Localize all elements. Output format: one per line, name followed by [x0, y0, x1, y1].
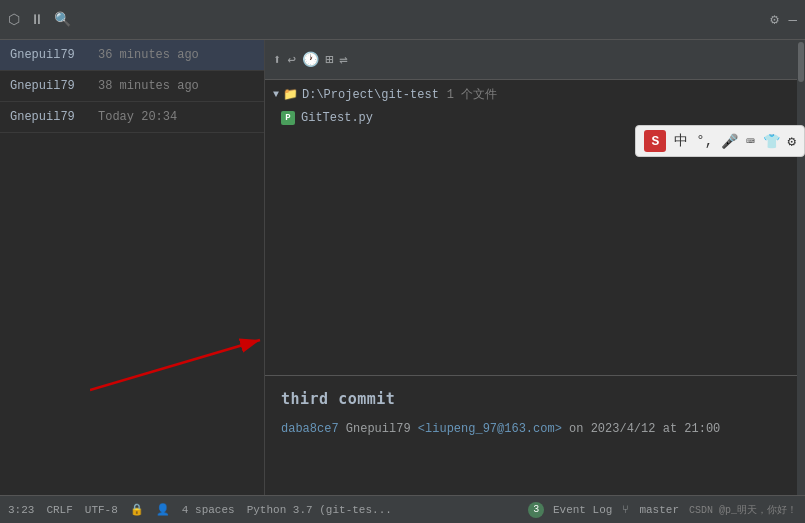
ime-dot[interactable]: °, [696, 133, 713, 149]
log-item[interactable]: Gnepuil79 38 minutes ago [0, 71, 264, 102]
toolbar-right: ⚙ — [770, 11, 797, 28]
commit-date: on 2023/4/12 at 21:00 [569, 422, 720, 436]
ime-chinese[interactable]: 中 [674, 132, 688, 150]
python-version[interactable]: Python 3.7 (git-tes... [247, 504, 392, 516]
event-log-label: Event Log [553, 503, 612, 515]
settings-icon[interactable]: ⚙ [770, 11, 778, 28]
scrollbar-track[interactable] [797, 40, 805, 495]
commit-message-text: third commit [281, 390, 395, 408]
branch-icon: ⑂ [622, 504, 629, 516]
filename: GitTest.py [301, 111, 373, 125]
ime-toolbar: S 中 °, 🎤 ⌨ 👕 ⚙ [635, 125, 805, 157]
right-panel: ⬆ ↩ 🕐 ⊞ ⇌ ▼ 📁 D:\Project\git-test 1 个文件 … [265, 40, 797, 495]
file-count: 1 个文件 [447, 86, 497, 103]
log-time: 36 minutes ago [98, 48, 199, 62]
status-bar: 3:23 CRLF UTF-8 🔒 👤 4 spaces Python 3.7 … [0, 495, 805, 523]
cursor-position: 3:23 [8, 504, 34, 516]
log-item[interactable]: Gnepuil79 36 minutes ago [0, 40, 264, 71]
csdn-label: CSDN @p_明天，你好！ [689, 503, 797, 517]
indent[interactable]: 4 spaces [182, 504, 235, 516]
log-time: 38 minutes ago [98, 79, 199, 93]
history-icon[interactable]: 🕐 [302, 51, 319, 68]
main-layout: Gnepuil79 36 minutes ago Gnepuil79 38 mi… [0, 40, 805, 495]
search-icon[interactable]: 🔍 [54, 11, 71, 28]
lock-icon: 🔒 [130, 503, 144, 516]
status-right: 3 Event Log ⑂ master CSDN @p_明天，你好！ [528, 502, 797, 518]
event-log-badge: 3 [528, 502, 544, 518]
ime-grid[interactable]: ⚙ [788, 133, 796, 150]
log-author: Gnepuil79 [10, 79, 90, 93]
top-toolbar: ⬡ ⏸ 🔍 ⚙ — [0, 0, 805, 40]
commit-meta: daba8ce7 Gnepuil79 <liupeng_97@163.com> … [281, 420, 781, 439]
line-ending[interactable]: CRLF [46, 504, 72, 516]
folder-icon: 📁 [283, 87, 298, 102]
git-log-panel: Gnepuil79 36 minutes ago Gnepuil79 38 mi… [0, 40, 265, 495]
ime-mic[interactable]: 🎤 [721, 133, 738, 150]
commit-author: Gnepuil79 [346, 422, 411, 436]
grid4-icon[interactable]: ⊞ [325, 51, 333, 68]
ime-s-icon[interactable]: S [644, 130, 666, 152]
commit-email: <liupeng_97@163.com> [418, 422, 562, 436]
log-time: Today 20:34 [98, 110, 177, 124]
python-icon: P [281, 111, 295, 125]
user-icon: 👤 [156, 503, 170, 516]
right-toolbar: ⬆ ↩ 🕐 ⊞ ⇌ [265, 40, 797, 80]
file-tree-path: D:\Project\git-test [302, 88, 439, 102]
minimize-icon[interactable]: — [789, 12, 797, 28]
toolbar-left: ⬡ ⏸ 🔍 [8, 11, 71, 28]
encoding[interactable]: UTF-8 [85, 504, 118, 516]
log-item[interactable]: Gnepuil79 Today 20:34 [0, 102, 264, 133]
branch-name[interactable]: master [639, 504, 679, 516]
git-icon[interactable]: ⬡ [8, 11, 20, 28]
expand-icon[interactable]: ⬆ [273, 51, 281, 68]
undo-icon[interactable]: ↩ [287, 51, 295, 68]
pause-icon[interactable]: ⏸ [30, 12, 44, 28]
commit-message: third commit [281, 390, 781, 408]
log-author: Gnepuil79 [10, 110, 90, 124]
ime-keyboard[interactable]: ⌨ [746, 133, 754, 150]
ime-shirt[interactable]: 👕 [763, 133, 780, 150]
expand-arrow-icon: ▼ [273, 89, 279, 100]
commit-details: third commit daba8ce7 Gnepuil79 <liupeng… [265, 375, 797, 495]
commit-hash: daba8ce7 [281, 422, 339, 436]
event-log[interactable]: 3 Event Log [528, 502, 612, 518]
scrollbar-thumb[interactable] [798, 42, 804, 82]
merge2-icon[interactable]: ⇌ [339, 51, 347, 68]
log-author: Gnepuil79 [10, 48, 90, 62]
file-tree-header: ▼ 📁 D:\Project\git-test 1 个文件 [265, 80, 797, 109]
